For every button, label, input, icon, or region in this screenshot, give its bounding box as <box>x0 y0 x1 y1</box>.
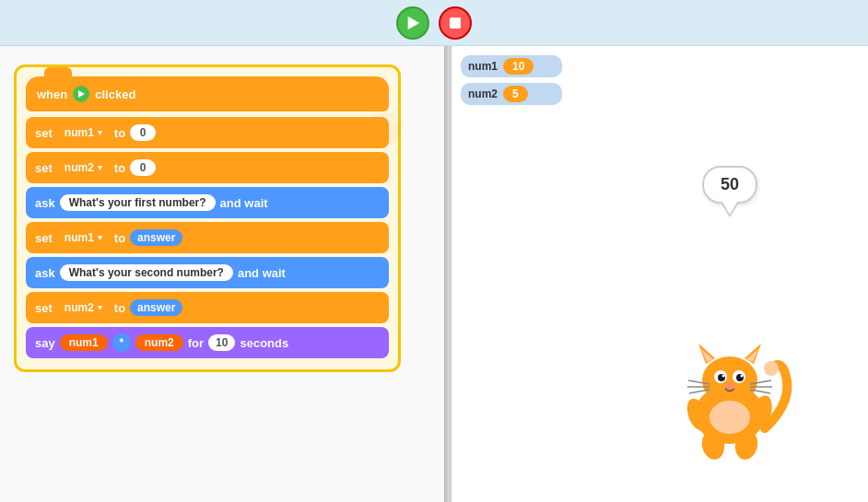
dropdown-arrow-4: ▾ <box>98 303 102 312</box>
dropdown-arrow-1: ▾ <box>98 128 102 137</box>
answer-block-1: answer <box>130 229 182 246</box>
num1-dropdown-1[interactable]: num1 ▾ <box>57 124 110 141</box>
cat-svg <box>647 309 813 474</box>
svg-point-28 <box>725 382 734 390</box>
dropdown-arrow-2: ▾ <box>98 163 102 172</box>
num1-dropdown-2[interactable]: num1 ▾ <box>57 229 110 246</box>
say-label: say <box>35 336 55 350</box>
vertical-divider <box>444 46 450 502</box>
svg-point-27 <box>741 375 744 378</box>
set-num2-answer-block: set num2 ▾ to answer <box>26 292 389 323</box>
green-flag-button[interactable] <box>396 6 429 40</box>
num2-dropdown-1[interactable]: num2 ▾ <box>57 159 110 176</box>
ask-second-number-block: ask What's your second number? and wait <box>26 257 389 288</box>
scratch-cat <box>647 309 813 474</box>
seconds-value-input[interactable]: 10 <box>208 334 235 351</box>
variables-panel: num1 10 num2 5 <box>461 55 562 105</box>
svg-marker-5 <box>391 107 398 115</box>
answer-block-2: answer <box>130 299 182 316</box>
stop-button[interactable] <box>439 6 472 40</box>
clicked-label: clicked <box>95 88 135 101</box>
question2-text: What's your second number? <box>60 264 233 281</box>
blocks-container: when clicked set num1 ▾ to 0 set <box>14 64 401 372</box>
svg-marker-0 <box>408 16 420 29</box>
set-label-4: set <box>35 301 53 315</box>
to-label-4: to <box>114 301 125 315</box>
svg-line-13 <box>396 123 404 124</box>
stage-area: num1 10 num2 5 50 <box>452 46 868 502</box>
when-label: when <box>37 88 67 101</box>
for-label: for <box>188 336 204 350</box>
svg-point-40 <box>764 361 779 376</box>
set-num2-block: set num2 ▾ to 0 <box>26 152 389 183</box>
svg-rect-1 <box>450 18 461 29</box>
svg-point-35 <box>710 401 750 434</box>
dropdown-arrow-3: ▾ <box>98 233 102 242</box>
num2-var-value: 5 <box>503 86 528 102</box>
and-wait-label-2: and wait <box>238 266 286 280</box>
and-wait-label-1: and wait <box>220 196 268 210</box>
num1-var-value: 10 <box>503 58 534 75</box>
set-label-1: set <box>35 126 53 140</box>
set-label-2: set <box>35 161 53 175</box>
svg-point-26 <box>722 375 725 378</box>
to-label-2: to <box>114 161 125 175</box>
green-flag-icon <box>405 15 421 31</box>
num2-value-input[interactable]: 0 <box>130 159 156 176</box>
ask-first-number-block: ask What's your first number? and wait <box>26 187 389 218</box>
flag-icon-small <box>73 86 89 102</box>
num1-value-input[interactable]: 0 <box>130 124 156 141</box>
num2-var-label: num2 <box>468 88 498 100</box>
when-flag-clicked-block: when clicked <box>26 76 389 111</box>
seconds-label: seconds <box>240 336 288 350</box>
speech-bubble: 50 <box>702 166 757 204</box>
svg-marker-15 <box>78 90 85 98</box>
num2-dropdown-2[interactable]: num2 ▾ <box>57 299 110 316</box>
code-area: when clicked set num1 ▾ to 0 set <box>0 46 452 502</box>
num1-reporter: num1 <box>60 334 108 351</box>
num1-var-label: num1 <box>468 60 498 73</box>
to-label-3: to <box>114 231 125 245</box>
ask-label-2: ask <box>35 266 55 280</box>
num2-reporter: num2 <box>135 334 183 351</box>
svg-point-17 <box>702 356 757 404</box>
to-label-1: to <box>114 126 125 140</box>
top-bar <box>0 0 868 46</box>
speech-value: 50 <box>721 175 739 193</box>
set-num1-answer-block: set num1 ▾ to answer <box>26 222 389 253</box>
num2-variable-display: num2 5 <box>461 83 562 105</box>
main-content: when clicked set num1 ▾ to 0 set <box>0 46 868 502</box>
num1-variable-display: num1 10 <box>461 55 562 77</box>
svg-point-9 <box>389 120 392 123</box>
stop-icon <box>448 16 463 30</box>
set-label-3: set <box>35 231 53 245</box>
multiply-operator: * <box>112 333 131 352</box>
set-num1-block: set num1 ▾ to 0 <box>26 117 389 148</box>
question1-text: What's your first number? <box>60 194 216 211</box>
ask-label-1: ask <box>35 196 55 210</box>
say-block: say num1 * num2 for 10 seconds <box>26 327 389 358</box>
